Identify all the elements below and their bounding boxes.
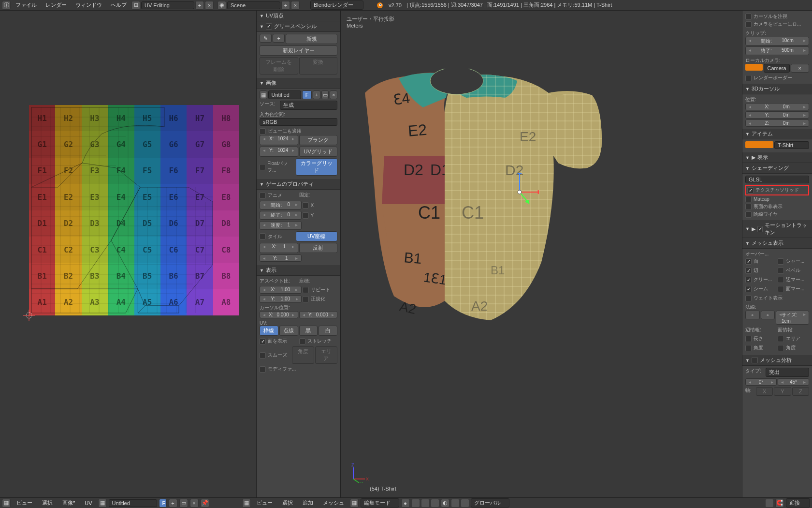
3d-viewport[interactable]: ユーザー・平行投影 Meters Ɛ4 E2 D2 D1 C1 B1 1Ɛ1 A…	[341, 11, 742, 497]
anime-start-field[interactable]: 開始:0	[260, 201, 302, 209]
angle-button[interactable]: 角度	[292, 346, 314, 364]
scene-dropdown[interactable]: Scene	[227, 1, 280, 9]
cursor-y-field[interactable]: Y:0.000	[299, 311, 338, 318]
normal-face-icon[interactable]: ▫	[761, 311, 775, 319]
normal-size-field[interactable]: サイズ: 1cm	[776, 311, 809, 325]
showface-checkbox[interactable]	[260, 338, 266, 344]
sharp-checkbox[interactable]	[778, 258, 784, 265]
unlink-image-icon[interactable]: ×	[330, 90, 337, 99]
bevel-checkbox[interactable]	[778, 268, 784, 274]
manip-icon[interactable]	[461, 499, 469, 507]
close-layout-icon[interactable]: ×	[205, 1, 214, 10]
panel-item[interactable]: アイテム	[742, 129, 812, 139]
pencil-icon[interactable]: ✎	[260, 34, 272, 43]
menu-file[interactable]: ファイル	[12, 0, 41, 10]
cursor-center-checkbox[interactable]	[745, 14, 752, 20]
gy-checkbox[interactable]	[303, 212, 309, 219]
uv-editor[interactable]: H1H2H3H4H5H6H7H8G1G2G3G4G5G6G7G8F1F2F3F4…	[0, 11, 256, 497]
layout-dropdown[interactable]: UV Editing	[141, 1, 194, 9]
sel-face-icon[interactable]	[431, 499, 439, 507]
panel-3d-cursor[interactable]: 3Dカーソル	[742, 84, 812, 94]
axis-z-button[interactable]: Z	[792, 387, 809, 396]
anime-checkbox[interactable]	[260, 193, 266, 199]
colorspace-dropdown[interactable]: sRGB	[260, 118, 337, 126]
glsl-dropdown[interactable]: GLSL	[745, 176, 809, 183]
normal-vert-icon[interactable]: ▫	[745, 311, 760, 319]
status-close-icon[interactable]: ×	[190, 499, 199, 508]
image-browse2-icon[interactable]: ▦	[98, 499, 107, 508]
image-name-field[interactable]: Untitled	[268, 90, 301, 99]
panel-grease[interactable]: グリースペンシル	[257, 21, 340, 32]
snap-dropdown[interactable]: 近接	[786, 498, 810, 508]
pin-icon[interactable]: 📌	[201, 499, 209, 508]
face-mark-checkbox[interactable]	[778, 286, 784, 292]
crease-checkbox[interactable]	[745, 277, 752, 283]
angle-min-field[interactable]: 0°	[745, 378, 777, 386]
panel-uv-vertex[interactable]: UV頂点	[257, 11, 340, 21]
float-checkbox[interactable]	[260, 164, 265, 170]
status-mesh[interactable]: メッシュ	[319, 498, 348, 508]
motion-checkbox[interactable]	[757, 226, 763, 232]
limit-sel-icon[interactable]: ◐	[441, 499, 450, 508]
editor-type-icon[interactable]: ▦	[2, 499, 11, 508]
panel-mesh-analysis[interactable]: メッシュ分析	[742, 355, 812, 366]
aspect-y-field[interactable]: Y:1.00	[260, 295, 302, 303]
uvcoord-button[interactable]: UV座標	[296, 231, 338, 241]
status-select2[interactable]: 選択	[278, 498, 297, 508]
colorgrid-button[interactable]: カラーグリッド	[296, 158, 338, 176]
type-dropdown[interactable]: 突出	[766, 368, 809, 377]
panel-shading[interactable]: シェーディング	[742, 163, 812, 174]
add-image-icon[interactable]: +	[313, 90, 320, 99]
axis-x-button[interactable]: X	[756, 387, 773, 396]
status-select[interactable]: 選択	[38, 498, 57, 508]
add-scene-icon[interactable]: +	[281, 1, 290, 10]
face-checkbox[interactable]	[745, 258, 752, 265]
status-view2[interactable]: ビュー	[253, 498, 276, 508]
smooth-checkbox[interactable]	[260, 352, 266, 359]
edge-mark-checkbox[interactable]	[778, 277, 784, 283]
tile-x-field[interactable]: X:1	[260, 243, 298, 253]
status-image[interactable]: 画像*	[58, 498, 79, 508]
pivot-icon[interactable]	[451, 499, 459, 507]
layout-icon[interactable]: ⊞	[131, 1, 140, 10]
fake-user-button[interactable]: F	[302, 90, 312, 99]
engine-dropdown[interactable]: Blenderレンダー	[310, 0, 363, 10]
repeat-checkbox[interactable]	[303, 287, 309, 293]
layer-icon[interactable]	[766, 499, 773, 507]
scene-icon[interactable]: ◉	[218, 1, 226, 10]
sel-edge-icon[interactable]	[421, 499, 429, 507]
panel-image[interactable]: 画像	[257, 78, 340, 89]
status-add[interactable]: 追加	[299, 498, 317, 508]
matcap-checkbox[interactable]	[745, 196, 752, 202]
tex-solid-checkbox[interactable]	[747, 187, 754, 194]
info-icon[interactable]: ⓘ	[2, 1, 11, 10]
black-button[interactable]: 黒	[299, 326, 318, 336]
panel-display[interactable]: 表示	[257, 265, 340, 276]
grease-convert-button[interactable]: 変換	[299, 57, 338, 75]
cursor-z[interactable]: Z:0m	[745, 120, 809, 127]
anime-end-field[interactable]: 終了:0	[260, 211, 302, 220]
status-add-icon[interactable]: +	[169, 499, 177, 508]
reflect-button[interactable]: 反射	[299, 243, 338, 253]
close-scene-icon[interactable]: ×	[291, 1, 300, 10]
stretch-checkbox[interactable]	[299, 338, 305, 344]
mesh-analysis-checkbox[interactable]	[752, 357, 758, 363]
panel-mesh-display[interactable]: メッシュ表示	[742, 238, 812, 249]
area-button[interactable]: エリア	[315, 346, 337, 364]
angle3-checkbox[interactable]	[778, 345, 784, 351]
menu-help[interactable]: ヘルプ	[107, 0, 130, 10]
gx-checkbox[interactable]	[303, 202, 309, 209]
modifier-checkbox[interactable]	[260, 366, 266, 373]
camera-view-checkbox[interactable]	[745, 21, 752, 28]
shading-icon[interactable]: ●	[401, 499, 410, 508]
grease-toggle[interactable]	[266, 23, 272, 30]
tile-y-field[interactable]: Y:1	[260, 254, 302, 262]
clip-end-field[interactable]: 終了:500m	[745, 46, 809, 55]
add-layout-icon[interactable]: +	[195, 1, 204, 10]
orient-dropdown[interactable]: グローバル	[471, 498, 509, 508]
weight-checkbox[interactable]	[745, 295, 752, 301]
hidden-wire-checkbox[interactable]	[745, 211, 752, 218]
menu-render[interactable]: レンダー	[42, 0, 71, 10]
tile-checkbox[interactable]	[260, 233, 266, 239]
snap-icon[interactable]: 🧲	[775, 499, 784, 508]
